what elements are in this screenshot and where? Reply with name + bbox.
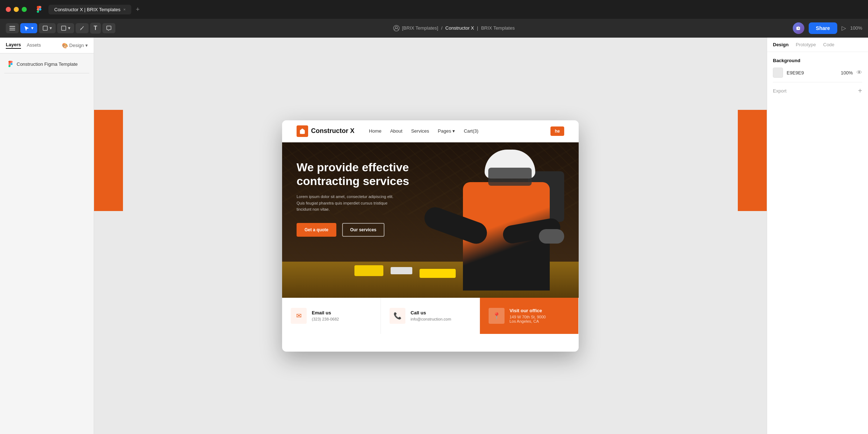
- tab-layers[interactable]: Layers: [6, 42, 21, 49]
- office-icon: 📍: [489, 308, 505, 324]
- contact-email: ✉ Email us (323) 238-0682: [282, 298, 381, 334]
- breadcrumb-page: BRIX Templates: [481, 25, 515, 31]
- browser-window: Constructor X Home About Services Pages …: [282, 120, 579, 352]
- right-panel-tabs: Design Prototype Code: [767, 38, 868, 52]
- frame-tool-button[interactable]: ▾: [39, 23, 56, 33]
- color-opacity-value[interactable]: 100%: [841, 70, 853, 76]
- menu-button[interactable]: [6, 23, 19, 33]
- right-panel: Design Prototype Code Background E9E9E9 …: [767, 38, 868, 434]
- contact-phone: 📞 Call us info@construction.com: [381, 298, 480, 334]
- site-logo: Constructor X: [297, 125, 354, 137]
- hero-content: We provide effective contracting service…: [297, 160, 434, 237]
- contact-bar: ✉ Email us (323) 238-0682 📞 Call us info…: [282, 298, 579, 334]
- text-tool-button[interactable]: T: [90, 23, 101, 34]
- email-title: Email us: [312, 310, 339, 315]
- logo-icon: [297, 125, 308, 137]
- play-button[interactable]: ▷: [842, 25, 846, 31]
- contact-office-text: Visit our office 149 W 70th St, 9000 Los…: [510, 308, 546, 323]
- our-services-button[interactable]: Our services: [342, 223, 384, 237]
- breadcrumb-org: [BRIX Templates]: [402, 25, 438, 31]
- nav-home[interactable]: Home: [369, 128, 382, 134]
- tool-level: [420, 269, 456, 278]
- right-panel-content: Background E9E9E9 100% 👁 Export +: [767, 52, 868, 105]
- tab-design[interactable]: Design: [773, 42, 788, 47]
- title-bar: Constructor X | BRIX Templates × +: [0, 0, 868, 19]
- tab-bar: Constructor X | BRIX Templates × +: [48, 4, 862, 15]
- breadcrumb-file[interactable]: Constructor X: [445, 25, 474, 31]
- svg-point-7: [798, 27, 799, 29]
- design-arrow: ▾: [85, 43, 88, 48]
- svg-rect-1: [9, 28, 15, 29]
- figma-icon: [34, 4, 44, 14]
- left-panel-tabs: Layers Assets 🎨 Design ▾: [0, 38, 94, 53]
- design-badge[interactable]: 🎨 Design ▾: [62, 43, 88, 48]
- pen-tool-button[interactable]: [76, 23, 89, 33]
- phone-detail: info@construction.com: [410, 317, 451, 321]
- office-detail2: Los Angeles, CA: [510, 319, 546, 323]
- tab-code[interactable]: Code: [823, 42, 834, 47]
- glove-right: [539, 229, 564, 244]
- hero-section: We provide effective contracting service…: [282, 142, 579, 298]
- shape-tool-button[interactable]: ▾: [57, 23, 74, 33]
- main-layout: Layers Assets 🎨 Design ▾ Construction Fi…: [0, 38, 868, 434]
- color-hex-value[interactable]: E9E9E9: [787, 70, 837, 76]
- pages-arrow-icon: ▾: [452, 128, 455, 134]
- nav-pages[interactable]: Pages ▾: [438, 128, 455, 134]
- email-icon: ✉: [291, 308, 307, 324]
- user-avatar[interactable]: [793, 22, 804, 34]
- hero-buttons: Get a quote Our services: [297, 223, 434, 237]
- site-logo-text: Constructor X: [311, 127, 354, 135]
- svg-rect-4: [61, 26, 66, 30]
- site-header: Constructor X Home About Services Pages …: [282, 120, 579, 142]
- layers-content: Construction Figma Template: [0, 53, 94, 81]
- shape-tool-arrow: ▾: [68, 25, 71, 31]
- traffic-lights: [6, 7, 27, 12]
- share-button[interactable]: Share: [809, 22, 837, 34]
- svg-rect-2: [9, 30, 15, 30]
- export-add-button[interactable]: +: [858, 87, 862, 95]
- nav-services[interactable]: Services: [411, 128, 429, 134]
- background-color-swatch[interactable]: [773, 68, 783, 78]
- panel-separator: [4, 73, 89, 73]
- breadcrumb-user: [BRIX Templates]: [393, 25, 438, 31]
- office-detail: 149 W 70th St, 9000: [510, 315, 546, 319]
- layer-label: Construction Figma Template: [17, 61, 78, 67]
- move-tool-arrow: ▾: [31, 25, 34, 31]
- export-label: Export: [773, 88, 787, 94]
- breadcrumb-sep1: /: [441, 25, 443, 31]
- nav-cart[interactable]: Cart(3): [464, 128, 478, 134]
- svg-point-6: [395, 26, 397, 29]
- visibility-icon[interactable]: 👁: [856, 69, 862, 76]
- layer-item-construction[interactable]: Construction Figma Template: [4, 58, 89, 70]
- background-color-row: E9E9E9 100% 👁: [773, 68, 862, 78]
- zoom-label[interactable]: 100%: [850, 25, 862, 31]
- contact-email-text: Email us (323) 238-0682: [312, 310, 339, 321]
- orange-accent-right: [738, 110, 767, 211]
- breadcrumb: [BRIX Templates] / Constructor X | BRIX …: [117, 25, 791, 31]
- get-quote-button[interactable]: Get a quote: [297, 223, 336, 237]
- tab-close-icon[interactable]: ×: [123, 7, 125, 12]
- minimize-button[interactable]: [14, 7, 19, 12]
- tab-label: Constructor X | BRIX Templates: [54, 7, 120, 12]
- tab-assets[interactable]: Assets: [27, 42, 41, 48]
- background-section-title: Background: [773, 58, 862, 63]
- site-nav: Home About Services Pages ▾ Cart(3): [369, 128, 536, 134]
- hero-subtitle: Lorem ipsum dolor sit amet, consectetur …: [297, 194, 398, 213]
- move-tool-button[interactable]: ▾: [20, 23, 37, 33]
- office-title: Visit our office: [510, 308, 546, 313]
- export-row: Export +: [773, 82, 862, 99]
- svg-rect-0: [9, 26, 15, 27]
- tool-tape: [391, 267, 412, 274]
- contact-office: 📍 Visit our office 149 W 70th St, 9000 L…: [480, 298, 579, 334]
- nav-about[interactable]: About: [390, 128, 403, 134]
- text-tool-icon: T: [94, 25, 97, 31]
- maximize-button[interactable]: [22, 7, 27, 12]
- canvas[interactable]: Constructor X Home About Services Pages …: [94, 38, 767, 434]
- add-tab-button[interactable]: +: [133, 4, 142, 15]
- close-button[interactable]: [6, 7, 11, 12]
- tab-prototype[interactable]: Prototype: [796, 42, 816, 47]
- active-tab[interactable]: Constructor X | BRIX Templates ×: [48, 5, 131, 14]
- comment-tool-button[interactable]: [102, 23, 115, 33]
- left-panel: Layers Assets 🎨 Design ▾ Construction Fi…: [0, 38, 94, 434]
- language-button[interactable]: he: [550, 126, 564, 136]
